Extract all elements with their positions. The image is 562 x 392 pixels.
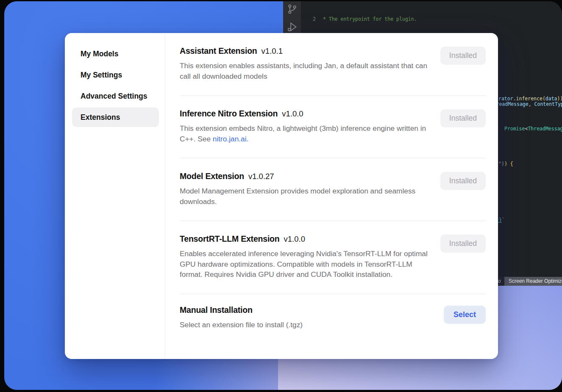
manual-installation-row: Manual Installation Select an extension …: [180, 294, 486, 344]
settings-modal: My Models My Settings Advanced Settings …: [65, 33, 498, 359]
extension-description: This extension embeds Nitro, a lightweig…: [180, 123, 429, 144]
extension-title: TensortRT-LLM Extension v1.0.0: [180, 234, 429, 244]
extension-description: Enables accelerated inference leveraging…: [180, 248, 429, 280]
extension-info: Inference Nitro Extension v1.0.0 This ex…: [180, 109, 429, 144]
sidebar-item-my-models[interactable]: My Models: [72, 44, 159, 63]
screen-reader-status[interactable]: Screen Reader Optimized: [504, 277, 562, 286]
extension-name: Assistant Extension: [180, 46, 257, 56]
extension-row-model: Model Extension v1.0.27 Model Management…: [180, 158, 486, 221]
extension-row-tensorrt-llm: TensortRT-LLM Extension v1.0.0 Enables a…: [180, 221, 486, 294]
extension-title: Inference Nitro Extension v1.0.0: [180, 109, 429, 119]
run-debug-icon[interactable]: [287, 21, 298, 33]
sidebar-item-my-settings[interactable]: My Settings: [72, 65, 159, 85]
sidebar-item-extensions[interactable]: Extensions: [72, 108, 159, 127]
select-file-button[interactable]: Select: [444, 306, 486, 324]
extension-row-assistant: Assistant Extension v1.0.1 This extensio…: [180, 33, 486, 96]
manual-installation-description: Select an extension file to install (.tg…: [180, 320, 303, 330]
code-fragment: ")) {: [498, 160, 513, 168]
manual-installation-info: Manual Installation Select an extension …: [180, 305, 303, 330]
screenshot-stage: 2 * The entrypoint for the plugin. 3 */ …: [0, 0, 562, 392]
installed-button[interactable]: Installed: [440, 47, 486, 65]
extension-name: TensortRT-LLM Extension: [180, 234, 280, 244]
extensions-list: Assistant Extension v1.0.1 This extensio…: [165, 33, 498, 359]
extension-version: v1.0.0: [282, 109, 303, 119]
installed-button[interactable]: Installed: [440, 172, 486, 190]
code-fragment: rator.inference(data));: [498, 95, 562, 102]
extension-version: v1.0.1: [262, 47, 283, 56]
extension-version: v1.0.0: [284, 235, 305, 244]
installed-button[interactable]: Installed: [440, 109, 486, 127]
extension-info: Model Extension v1.0.27 Model Management…: [180, 171, 429, 207]
settings-sidebar: My Models My Settings Advanced Settings …: [65, 33, 165, 359]
sidebar-item-advanced-settings[interactable]: Advanced Settings: [72, 86, 159, 106]
installed-button[interactable]: Installed: [440, 235, 486, 253]
extension-row-inference-nitro: Inference Nitro Extension v1.0.0 This ex…: [180, 96, 486, 158]
extension-name: Inference Nitro Extension: [180, 109, 278, 119]
line-number: 2: [301, 16, 316, 23]
nitro-jan-ai-link[interactable]: nitro.jan.ai.: [213, 135, 249, 143]
extension-description: This extension enables assistants, inclu…: [180, 61, 429, 81]
extension-info: Assistant Extension v1.0.1 This extensio…: [180, 46, 429, 81]
manual-installation-title: Manual Installation: [180, 305, 303, 315]
extension-info: TensortRT-LLM Extension v1.0.0 Enables a…: [180, 234, 429, 280]
app-window: 2 * The entrypoint for the plugin. 3 */ …: [4, 1, 562, 390]
extension-version: v1.0.27: [248, 172, 274, 181]
extension-name: Model Extension: [180, 171, 244, 181]
extension-title: Model Extension v1.0.27: [180, 171, 429, 181]
extension-description: Model Management Extension provides mode…: [180, 186, 429, 207]
code-line: 2 * The entrypoint for the plugin.: [301, 16, 562, 23]
extension-title: Assistant Extension v1.0.1: [180, 46, 429, 56]
code-fragment: Promise<ThreadMessage>: [504, 125, 562, 133]
source-control-icon[interactable]: [287, 3, 298, 15]
